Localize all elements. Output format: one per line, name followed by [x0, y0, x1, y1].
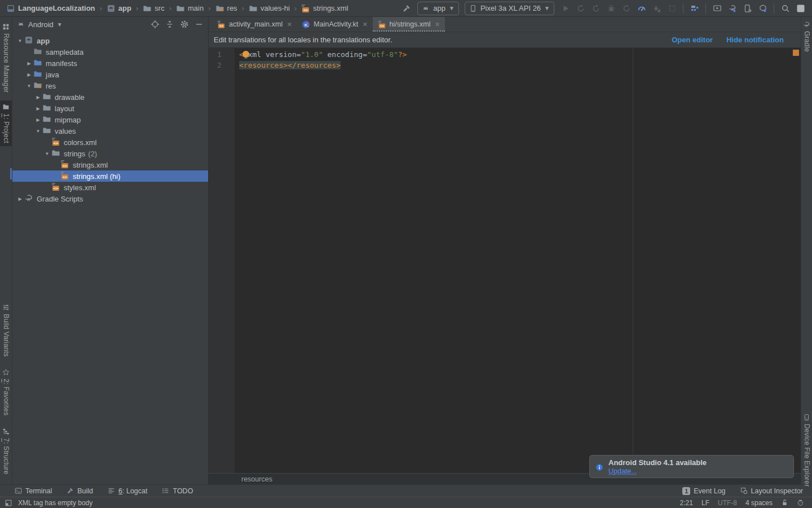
tree-item-gradle-scripts[interactable]: ▶Gradle Scripts: [12, 193, 208, 204]
notification-title: Android Studio 4.1 available: [608, 458, 707, 467]
editor-tab-activity-main-xml[interactable]: <>activity_main.xml×: [212, 17, 297, 32]
folder-icon: [143, 4, 152, 13]
tree-item-colors-xml[interactable]: <>colors.xml: [12, 137, 208, 148]
toolwindow-button-build-variants[interactable]: Build Variants: [0, 301, 12, 360]
chevron-down-icon[interactable]: ▼: [16, 38, 24, 43]
intention-bulb-icon[interactable]: [242, 51, 249, 58]
close-icon[interactable]: ×: [435, 20, 439, 28]
apply-changes-icon: [622, 4, 631, 13]
left-toolwindow-stripe: Resource Manager1: ProjectBuild Variants…: [0, 17, 12, 484]
tree-item-mipmap[interactable]: ▶mipmap: [12, 114, 208, 125]
toolwindow-button-resource-manager[interactable]: Resource Manager: [0, 20, 12, 95]
svg-text:<>: <>: [63, 174, 67, 179]
tree-item-drawable[interactable]: ▶drawable: [12, 91, 208, 103]
status-utf-8[interactable]: UTF-8: [718, 499, 737, 507]
chevron-right-icon[interactable]: ▶: [34, 106, 42, 111]
toolwindow-button-build[interactable]: Build: [67, 487, 93, 495]
breadcrumb-item-res[interactable]: res: [214, 3, 239, 14]
build-button[interactable]: [399, 2, 413, 15]
profile-square-button[interactable]: [793, 2, 807, 15]
toolwindow-button-7-structure[interactable]: 7: Structure: [0, 425, 12, 477]
toolwindow-button-todo[interactable]: TODO: [162, 487, 193, 495]
lock-open-icon[interactable]: [781, 499, 788, 506]
device-select[interactable]: Pixel 3a XL API 26 ▼: [465, 2, 554, 15]
tree-item-values[interactable]: ▼values: [12, 125, 208, 137]
toolwindow-button-gradle[interactable]: Gradle: [801, 18, 812, 55]
tree-item-sampledata[interactable]: sampledata: [12, 46, 208, 58]
chevron-right-icon[interactable]: ▶: [34, 117, 42, 122]
chevron-right-icon[interactable]: ▶: [34, 95, 42, 100]
hide-panel-icon[interactable]: [195, 20, 204, 29]
editor-tab-mainactivity-kt[interactable]: KMainActivity.kt×: [297, 17, 372, 32]
tree-item-java[interactable]: ▶java: [12, 69, 208, 80]
breadcrumb-tag[interactable]: resources: [241, 475, 272, 483]
breadcrumb-item-main[interactable]: main: [174, 3, 205, 14]
toolwindow-button-device-file-explorer[interactable]: Device File Explorer: [801, 411, 812, 489]
hide-notification-link[interactable]: Hide notification: [726, 36, 784, 44]
tree-item-strings[interactable]: ▼strings(2): [12, 148, 208, 159]
line-number: 1: [213, 49, 235, 60]
sync-gradle-button[interactable]: [725, 2, 739, 15]
chevron-down-icon: ▼: [544, 5, 550, 11]
banner-message: Edit translations for all locales in the…: [214, 36, 392, 44]
toolwindow-button-1-project[interactable]: 1: Project: [0, 100, 12, 146]
tree-item-styles-xml[interactable]: <>styles.xml: [12, 182, 208, 193]
toolbar-actions: [558, 2, 807, 15]
chevron-right-icon[interactable]: ▶: [16, 196, 24, 202]
run-config-select[interactable]: app ▼: [417, 2, 459, 15]
tree-item-strings-xml-hi[interactable]: <>strings.xml (hi): [12, 170, 208, 182]
avd-manager-button[interactable]: [710, 2, 724, 15]
status-lf[interactable]: LF: [701, 499, 709, 507]
chevron-right-icon[interactable]: ▶: [25, 72, 33, 77]
project-view-selector[interactable]: Android ▼: [17, 20, 63, 29]
chevron-down-icon[interactable]: ▼: [25, 84, 33, 89]
toolwindow-button-terminal[interactable]: Terminal: [15, 487, 52, 495]
open-editor-link[interactable]: Open editor: [672, 36, 713, 44]
code-editor[interactable]: 12 <?xml version="1.0" encoding="utf-8"?…: [209, 47, 801, 473]
search-everywhere-button[interactable]: [778, 2, 792, 15]
status-message: XML tag has empty body: [18, 499, 92, 507]
user-face-icon[interactable]: [797, 499, 804, 506]
device-manager-button[interactable]: [740, 2, 754, 15]
sdk-manager-button[interactable]: [756, 2, 770, 15]
settings-gear-icon[interactable]: [180, 20, 189, 29]
locate-icon[interactable]: [151, 20, 160, 29]
breadcrumb-item-values-hi[interactable]: values-hi: [247, 3, 292, 14]
update-link[interactable]: Update...: [608, 467, 637, 475]
chevron-right-icon[interactable]: ▶: [25, 61, 33, 66]
tree-item-app[interactable]: ▼app: [12, 35, 208, 46]
breadcrumb-item-app[interactable]: app: [105, 3, 133, 14]
apply-changes-button: [573, 2, 588, 15]
tree-item-layout[interactable]: ▶layout: [12, 103, 208, 114]
close-icon[interactable]: ×: [287, 20, 292, 28]
toolwindow-button-2-favorites[interactable]: 2: Favorites: [0, 366, 12, 418]
chevron-down-icon[interactable]: ▼: [34, 129, 42, 134]
update-notification-balloon[interactable]: Android Studio 4.1 available Update...: [589, 455, 794, 478]
close-icon[interactable]: ×: [363, 20, 367, 28]
toolwindow-button-layout-inspector[interactable]: Layout Inspector: [740, 487, 803, 495]
folder-icon: [176, 4, 185, 13]
kotlin-icon: K: [302, 20, 310, 29]
module-icon: [107, 4, 116, 13]
breadcrumb-item-strings-xml[interactable]: <>strings.xml: [299, 3, 350, 14]
tree-item-res[interactable]: ▼res: [12, 80, 208, 91]
error-stripe-mark[interactable]: [793, 50, 799, 56]
collapse-all-icon[interactable]: [165, 20, 174, 29]
breadcrumb-item-src[interactable]: src: [141, 3, 166, 14]
project-structure-button[interactable]: [687, 2, 701, 15]
toolwindow-button-event-log[interactable]: 1Event Log: [682, 487, 725, 495]
chevron-down-icon[interactable]: ▼: [43, 151, 51, 156]
stop-icon: [668, 4, 677, 13]
breadcrumb-item-languagelocalization[interactable]: LanguageLocalization: [5, 3, 97, 14]
status-2-21[interactable]: 2:21: [680, 499, 693, 507]
profiler-button[interactable]: [634, 2, 648, 15]
tree-item-manifests[interactable]: ▶manifests: [12, 58, 208, 69]
toolwindow-access-icon[interactable]: [5, 499, 12, 507]
structure-icon: [2, 428, 10, 435]
status-4-spaces[interactable]: 4 spaces: [745, 499, 773, 507]
editor-code[interactable]: <?xml version="1.0" encoding="utf-8"?><r…: [235, 48, 801, 473]
editor-tabbar: <>activity_main.xml×KMainActivity.kt×<>h…: [209, 17, 801, 32]
editor-tab-hi-strings-xml[interactable]: <>hi/strings.xml×: [373, 17, 445, 32]
toolwindow-button-6-logcat[interactable]: 6: Logcat: [108, 487, 147, 495]
tree-item-strings-xml[interactable]: <>strings.xml: [12, 159, 208, 170]
